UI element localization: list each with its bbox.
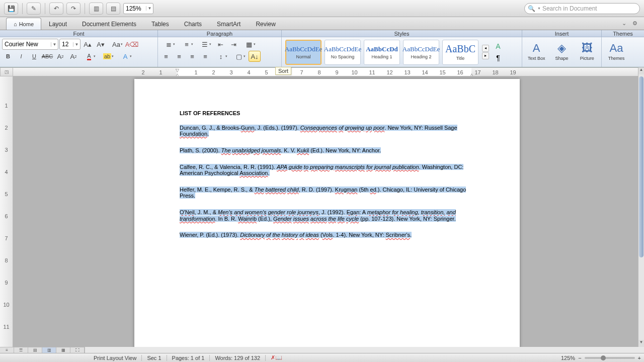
style-heading-1[interactable]: AaBbCcDdHeading 1 bbox=[364, 40, 400, 65]
tab-charts[interactable]: Charts bbox=[177, 18, 209, 30]
font-size-input[interactable] bbox=[60, 40, 73, 49]
search-box[interactable]: 🔍 ▼ bbox=[524, 3, 640, 14]
style-normal[interactable]: AaBbCcDdEeNormal bbox=[285, 40, 321, 65]
horizontal-ruler[interactable]: 2112345678910111213141516171819 ▽ △ △ bbox=[13, 67, 638, 76]
view-publishing[interactable]: ▤ bbox=[28, 347, 42, 353]
font-size-combo[interactable]: ▼ bbox=[59, 39, 80, 50]
page-setup-button[interactable]: ▥ bbox=[89, 3, 103, 15]
clear-formatting-button[interactable]: A⌫ bbox=[126, 39, 138, 50]
tab-smartart[interactable]: SmartArt bbox=[209, 18, 248, 30]
scroll-up-arrow[interactable]: ▲ bbox=[638, 67, 644, 74]
superscript-button[interactable]: A2 bbox=[54, 51, 66, 62]
ruler-corner[interactable]: ◳ bbox=[0, 67, 13, 76]
undo-button[interactable]: ↶ bbox=[49, 3, 63, 15]
tab-review[interactable]: Review bbox=[248, 18, 283, 30]
styles-scroll-right[interactable]: ▸ bbox=[482, 52, 489, 59]
tab-home[interactable]: ⌂Home bbox=[6, 18, 41, 30]
zoom-slider-thumb[interactable] bbox=[601, 355, 606, 360]
zoom-dropdown[interactable]: ▼ bbox=[146, 6, 153, 11]
insert-shape[interactable]: ◈Shape bbox=[549, 39, 574, 64]
status-zoom: 125% bbox=[561, 355, 575, 361]
reference-item: Calfee, R. C., & Valencia, R. R. (1991).… bbox=[180, 164, 474, 176]
columns-button[interactable]: ▤ bbox=[106, 3, 120, 15]
font-name-combo[interactable]: ▼ bbox=[2, 39, 58, 50]
subscript-button[interactable]: A2 bbox=[67, 51, 79, 62]
text-effects-button[interactable]: A bbox=[117, 51, 134, 62]
text-direction-button[interactable]: ▦ bbox=[240, 39, 258, 50]
shrink-font-button[interactable]: A▾ bbox=[95, 39, 107, 50]
underline-button[interactable]: U bbox=[28, 51, 40, 62]
insert-picture[interactable]: 🖼Picture bbox=[575, 39, 599, 64]
status-bar: Print Layout View Sec 1 Pages: 1 of 1 Wo… bbox=[0, 353, 644, 362]
change-case-button[interactable]: Aa bbox=[108, 39, 125, 50]
grow-font-button[interactable]: A▴ bbox=[82, 39, 94, 50]
view-notebook[interactable]: ▦ bbox=[56, 347, 70, 353]
align-center-button[interactable]: ≡ bbox=[173, 51, 185, 62]
font-group: ▼ ▼ A▴ A▾ Aa A⌫ B I U ABC A2 A2 A ab A bbox=[0, 37, 158, 67]
doc-title: LIST OF REFERENCES bbox=[180, 110, 474, 117]
collapse-ribbon-icon[interactable]: ⌄ bbox=[620, 19, 628, 27]
zoom-slider-track[interactable] bbox=[585, 357, 635, 359]
picture-icon: 🖼 bbox=[582, 42, 593, 55]
style-heading-2[interactable]: AaBbCcDdEeHeading 2 bbox=[403, 40, 439, 65]
bold-button[interactable]: B bbox=[2, 51, 14, 62]
view-draft[interactable]: ≡ bbox=[0, 347, 14, 353]
font-name-input[interactable] bbox=[3, 40, 51, 49]
line-spacing-button[interactable]: ↕ bbox=[212, 51, 229, 62]
numbering-button[interactable]: ≡ bbox=[178, 39, 195, 50]
search-dropdown-icon[interactable]: ▼ bbox=[537, 7, 541, 10]
chevron-down-icon[interactable]: ▼ bbox=[73, 42, 80, 47]
borders-button[interactable]: ▢ bbox=[230, 51, 248, 62]
manage-styles-button[interactable]: ¶ bbox=[492, 52, 504, 63]
style-no-spacing[interactable]: AaBbCcDdEeNo Spacing bbox=[325, 40, 361, 65]
search-input[interactable] bbox=[542, 5, 636, 12]
view-print-layout[interactable]: ▥ bbox=[42, 347, 56, 353]
zoom-in-button[interactable]: + bbox=[638, 355, 641, 361]
increase-indent-button[interactable]: ⇥ bbox=[227, 39, 239, 50]
hanging-indent-marker[interactable]: △ bbox=[176, 72, 181, 76]
italic-button[interactable]: I bbox=[15, 51, 27, 62]
save-button[interactable]: 💾 bbox=[4, 3, 18, 15]
view-fullscreen[interactable]: ⛶ bbox=[70, 347, 85, 353]
highlight-button[interactable]: ab bbox=[99, 51, 116, 62]
themes-button[interactable]: AaThemes bbox=[604, 39, 629, 64]
zoom-out-button[interactable]: − bbox=[578, 355, 581, 361]
sort-button[interactable]: A↓ bbox=[249, 51, 261, 62]
styles-scroll-left[interactable]: ◂ bbox=[482, 45, 489, 52]
strikethrough-button[interactable]: ABC bbox=[41, 51, 53, 62]
brush-button[interactable]: ✎ bbox=[27, 3, 41, 15]
multilevel-list-button[interactable]: ☰ bbox=[196, 39, 213, 50]
tab-document-elements[interactable]: Document Elements bbox=[74, 18, 144, 30]
scroll-thumb[interactable] bbox=[639, 76, 643, 257]
zoom-input[interactable] bbox=[124, 4, 146, 13]
align-right-button[interactable]: ≡ bbox=[186, 51, 198, 62]
font-color-button[interactable]: A bbox=[80, 51, 98, 62]
ribbon-settings-icon[interactable]: ⚙ bbox=[631, 19, 639, 27]
spell-check-icon[interactable]: ✗📖 bbox=[271, 354, 282, 361]
ribbon-body: ▼ ▼ A▴ A▾ Aa A⌫ B I U ABC A2 A2 A ab A ≣… bbox=[0, 37, 644, 67]
right-indent-marker[interactable]: △ bbox=[470, 72, 475, 76]
view-outline[interactable]: ☰ bbox=[14, 347, 28, 353]
chevron-down-icon[interactable]: ▼ bbox=[51, 42, 58, 47]
page-content[interactable]: LIST OF REFERENCES Duncan, G. J., & Broo… bbox=[134, 79, 520, 238]
ribbon-tabs: ⌂Home Layout Document Elements Tables Ch… bbox=[0, 17, 644, 30]
document-area: LIST OF REFERENCES Duncan, G. J., & Broo… bbox=[13, 76, 638, 347]
reference-item: Wiener, P. (Ed.). (1973). Dictionary of … bbox=[180, 232, 474, 238]
tab-tables[interactable]: Tables bbox=[144, 18, 177, 30]
status-view-label: Print Layout View bbox=[94, 355, 136, 361]
align-left-button[interactable]: ≡ bbox=[160, 51, 172, 62]
zoom-combo[interactable]: ▼ bbox=[123, 3, 153, 14]
insert-text-box[interactable]: AText Box bbox=[524, 39, 548, 64]
first-line-indent-marker[interactable]: ▽ bbox=[176, 68, 181, 72]
redo-button[interactable]: ↷ bbox=[66, 3, 80, 15]
vertical-ruler[interactable]: 1234567891011 bbox=[0, 76, 13, 347]
scroll-down-arrow[interactable]: ▼ bbox=[638, 340, 644, 347]
bullets-button[interactable]: ≣ bbox=[160, 39, 177, 50]
vertical-scrollbar[interactable]: ▲ ▼ bbox=[638, 67, 644, 347]
styles-pane-button[interactable]: A bbox=[492, 41, 504, 52]
page[interactable]: LIST OF REFERENCES Duncan, G. J., & Broo… bbox=[134, 79, 520, 347]
style-title[interactable]: AaBbCTitle bbox=[442, 40, 478, 65]
tab-layout[interactable]: Layout bbox=[41, 18, 74, 30]
decrease-indent-button[interactable]: ⇤ bbox=[214, 39, 226, 50]
justify-button[interactable]: ≡ bbox=[199, 51, 211, 62]
